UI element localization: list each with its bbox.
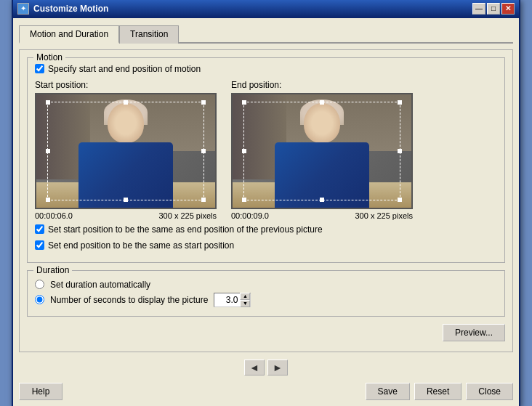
footer-buttons: Help Save Reset Close: [19, 383, 513, 400]
specify-checkbox-row: Specify start and end position of motion: [35, 64, 497, 74]
minimize-button[interactable]: —: [472, 3, 485, 15]
forward-button[interactable]: ►: [267, 360, 288, 375]
handle-bm: [124, 198, 128, 202]
preview-row: Preview...: [27, 324, 505, 341]
end-image-meta: 00:00:09.0 300 x 225 pixels: [231, 211, 413, 220]
duration-section: Duration Set duration automatically Numb…: [27, 270, 505, 317]
back-button[interactable]: ◄: [244, 360, 265, 375]
customize-motion-window: ✦ Customize Motion — □ ✕ Motion and Dura…: [12, 0, 520, 406]
set-end-label: Set end position to be the same as start…: [48, 240, 234, 251]
start-position-label: Start position:: [35, 80, 217, 90]
start-selection-handles: [47, 102, 204, 200]
main-content-panel: Motion Specify start and end position of…: [19, 49, 513, 352]
spinner-buttons: ▲ ▼: [240, 293, 250, 307]
end-handle-tm: [320, 100, 324, 105]
end-position-col: End position:: [231, 80, 413, 220]
window-icon: ✦: [17, 3, 29, 15]
window-title: Customize Motion: [33, 4, 108, 14]
handle-br: [201, 198, 206, 202]
handle-bl: [46, 198, 50, 202]
footer-right: Save Reset Close: [366, 383, 513, 400]
images-row: Start position:: [35, 80, 497, 220]
handle-tl: [46, 100, 50, 105]
seconds-spinner[interactable]: ▲ ▼: [214, 293, 251, 307]
save-button[interactable]: Save: [366, 383, 410, 400]
handle-tr: [201, 100, 206, 105]
start-image-meta: 00:00:06.0 300 x 225 pixels: [35, 211, 217, 220]
start-position-col: Start position:: [35, 80, 217, 220]
auto-duration-row: Set duration automatically: [35, 280, 497, 290]
number-duration-radio[interactable]: [35, 295, 44, 304]
motion-section: Motion Specify start and end position of…: [27, 57, 505, 263]
tabs-bar: Motion and Duration Transition: [19, 24, 513, 44]
tab-motion-duration[interactable]: Motion and Duration: [19, 25, 119, 44]
auto-duration-label: Set duration automatically: [50, 280, 150, 290]
footer-left: Help: [19, 383, 63, 400]
motion-section-label: Motion: [33, 52, 65, 62]
window-close-button[interactable]: ✕: [501, 3, 515, 15]
set-start-checkbox[interactable]: [35, 224, 44, 234]
set-end-checkbox[interactable]: [35, 240, 44, 250]
end-handle-lm: [242, 149, 246, 153]
maximize-button[interactable]: □: [487, 3, 500, 15]
spin-up-button[interactable]: ▲: [240, 293, 250, 300]
number-duration-row: Number of seconds to display the picture…: [35, 293, 497, 307]
set-end-checkbox-row: Set end position to be the same as start…: [35, 240, 497, 251]
handle-rm: [201, 149, 206, 153]
end-handle-br: [398, 198, 402, 202]
handle-lm: [46, 149, 50, 153]
bottom-nav: ◄ ►: [19, 360, 513, 375]
reset-button[interactable]: Reset: [414, 383, 462, 400]
help-button[interactable]: Help: [19, 383, 63, 400]
specify-checkbox[interactable]: [35, 64, 44, 73]
number-duration-label: Number of seconds to display the picture: [50, 295, 208, 305]
end-handle-tr: [398, 100, 402, 105]
end-selection-handles: [243, 102, 400, 200]
end-handle-rm: [398, 149, 402, 153]
specify-label: Specify start and end position of motion: [48, 64, 201, 74]
title-bar-left: ✦ Customize Motion: [17, 3, 108, 15]
end-position-label: End position:: [231, 80, 413, 90]
end-handle-tl: [242, 100, 246, 105]
seconds-input[interactable]: [214, 294, 240, 306]
close-button[interactable]: Close: [466, 383, 513, 400]
end-time: 00:00:09.0: [231, 211, 269, 220]
tab-transition[interactable]: Transition: [119, 25, 179, 44]
preview-button[interactable]: Preview...: [443, 324, 505, 341]
start-image-frame[interactable]: [35, 93, 217, 209]
spin-down-button[interactable]: ▼: [240, 300, 250, 307]
start-image-placeholder: [36, 94, 215, 208]
duration-section-label: Duration: [33, 265, 72, 275]
end-size: 300 x 225 pixels: [355, 211, 414, 220]
start-time: 00:00:06.0: [35, 211, 73, 220]
end-handle-bl: [242, 198, 246, 202]
end-image-placeholder: [233, 94, 411, 208]
set-start-checkbox-row: Set start position to be the same as end…: [35, 224, 497, 235]
handle-tm: [124, 100, 128, 105]
title-buttons: — □ ✕: [472, 3, 515, 15]
set-start-label: Set start position to be the same as end…: [48, 224, 323, 235]
start-size: 300 x 225 pixels: [159, 211, 217, 220]
end-handle-bm: [320, 198, 324, 202]
auto-duration-radio[interactable]: [35, 280, 44, 289]
window-body: Motion and Duration Transition Motion Sp…: [13, 18, 519, 406]
title-bar: ✦ Customize Motion — □ ✕: [13, 0, 519, 18]
end-image-frame[interactable]: [231, 93, 413, 209]
